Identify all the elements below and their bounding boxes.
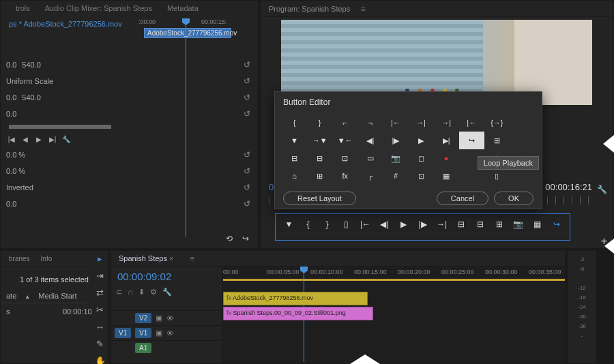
play-icon[interactable]: ◀	[20, 134, 31, 144]
fx-val[interactable]: 0.0 %	[6, 151, 25, 159]
editor-button-11[interactable]: →▼	[307, 132, 332, 149]
tab-info[interactable]: Info	[35, 252, 58, 265]
ok-button[interactable]: OK	[494, 192, 533, 205]
editor-button-25[interactable]: ◻	[408, 149, 433, 167]
editor-button-23[interactable]: ▭	[357, 149, 383, 167]
editor-button-33[interactable]: ┌	[357, 167, 383, 185]
track-header-a1[interactable]: A1	[111, 340, 222, 355]
editor-button-15[interactable]: ▶	[408, 132, 433, 149]
editor-button-26[interactable]: ●	[434, 149, 459, 167]
track-header-v2[interactable]: V2▣👁	[111, 310, 222, 325]
transport-button-3[interactable]: ▯	[341, 219, 352, 230]
transport-button-10[interactable]: ⊟	[475, 219, 486, 230]
editor-button-31[interactable]: ⊞	[307, 167, 332, 185]
transport-button-2[interactable]: }	[322, 219, 333, 230]
editor-button-12[interactable]: ▼←	[332, 132, 357, 149]
timeline-timecode[interactable]: 00:00:09:02	[111, 267, 222, 286]
track-select-tool-icon[interactable]: ⇥	[94, 271, 106, 281]
editor-button-19[interactable]	[510, 132, 535, 149]
track-header-v1[interactable]: V1V1▣👁	[111, 325, 222, 340]
editor-button-35[interactable]: ⊡	[408, 167, 433, 185]
sync-icon[interactable]: ⟲	[224, 233, 235, 244]
editor-button-5[interactable]: →|	[408, 114, 433, 132]
editor-button-36[interactable]: ▦	[434, 167, 459, 185]
work-area-bar[interactable]	[223, 279, 565, 281]
col-rate[interactable]: ate	[6, 292, 16, 300]
settings-icon[interactable]: ⚙	[150, 288, 157, 297]
fx-row-anchor[interactable]: 0.0540.0↺	[1, 89, 258, 106]
tab-libraries[interactable]: braries	[3, 252, 35, 265]
editor-button-9[interactable]	[510, 114, 535, 132]
transport-button-11[interactable]: ⊞	[494, 219, 505, 230]
transport-button-4[interactable]: |←	[360, 219, 371, 230]
editor-button-3[interactable]: ¬	[357, 114, 383, 132]
editor-button-18[interactable]: ⊞	[484, 132, 510, 149]
reset-layout-button[interactable]: Reset Layout	[283, 192, 356, 205]
selection-tool-icon[interactable]: ▸	[94, 254, 106, 264]
eye-icon[interactable]: 👁	[166, 329, 174, 337]
transport-button-1[interactable]: {	[303, 219, 314, 230]
editor-button-32[interactable]: fx	[332, 167, 357, 185]
editor-button-10[interactable]: ▼	[282, 132, 307, 149]
hand-tool-icon[interactable]: ✋	[94, 356, 106, 364]
transport-button-8[interactable]: →|	[437, 219, 448, 230]
editor-button-0[interactable]: {	[282, 114, 307, 132]
prev-kf-icon[interactable]: |◀	[6, 134, 17, 144]
editor-button-22[interactable]: ⊡	[332, 149, 357, 167]
editor-button-8[interactable]: {→}	[484, 114, 510, 132]
ripple-tool-icon[interactable]: ⇄	[94, 288, 106, 298]
editor-button-34[interactable]: #	[383, 167, 408, 185]
tab-sequence[interactable]: Spanish Steps	[111, 251, 181, 266]
toggle-output-icon[interactable]: ▣	[156, 329, 162, 337]
fx-row-rot[interactable]: 0.0↺	[1, 106, 258, 122]
play-icon[interactable]: ▶	[33, 134, 44, 144]
editor-button-4[interactable]: |←	[383, 114, 408, 132]
transport-button-14[interactable]: ↪	[551, 219, 562, 230]
snap-icon[interactable]: ⊂	[116, 288, 122, 297]
next-kf-icon[interactable]: ▶|	[47, 134, 58, 144]
tab-program[interactable]: Program: Spanish Steps	[261, 2, 358, 16]
marker-icon[interactable]: ⬇	[138, 288, 145, 297]
wrench-icon[interactable]: 🔧	[596, 184, 607, 195]
editor-button-21[interactable]: ⊟	[307, 149, 332, 167]
transport-button-0[interactable]: ▼	[284, 219, 295, 230]
transport-button-6[interactable]: ▶	[398, 219, 409, 230]
fx-inverted[interactable]: Inverted	[6, 183, 33, 192]
reset-icon[interactable]: ↺	[242, 92, 252, 103]
eye-icon[interactable]: 👁	[166, 314, 174, 322]
pen-tool-icon[interactable]: ✎	[94, 339, 106, 349]
timeline-tracks[interactable]: 00:0000:00:05:0000:00:10:0000:00:15:0000…	[223, 267, 565, 363]
editor-button-13[interactable]: ◀|	[357, 132, 383, 149]
transport-button-7[interactable]: |▶	[418, 219, 428, 230]
reset-icon[interactable]: ↺	[242, 59, 252, 70]
reset-icon[interactable]: ↺	[242, 149, 252, 160]
editor-button-16[interactable]: ▶|	[434, 132, 459, 149]
fx-source-clip[interactable]: AdobeStock_277796256.mov	[144, 28, 231, 38]
timeline-ruler[interactable]: 00:0000:00:05:0000:00:10:0000:00:15:0000…	[223, 267, 565, 280]
editor-button-1[interactable]: }	[307, 114, 332, 132]
razor-tool-icon[interactable]: ✂	[94, 305, 106, 315]
wrench-icon[interactable]: 🔧	[162, 288, 172, 297]
reset-icon[interactable]: ↺	[242, 108, 252, 119]
clip-v1[interactable]: Spanish Steps.00_00_09_02.Still001.png	[223, 307, 373, 320]
editor-button-30[interactable]: ⌂	[282, 167, 307, 185]
editor-button-14[interactable]: |▶	[383, 132, 408, 149]
cancel-button[interactable]: Cancel	[437, 192, 488, 205]
transport-button-13[interactable]: ▦	[532, 219, 543, 230]
editor-button-2[interactable]: ⌐	[332, 114, 357, 132]
slip-tool-icon[interactable]: ↔	[94, 322, 106, 332]
export-icon[interactable]: ↪	[240, 233, 251, 244]
reset-icon[interactable]: ↺	[242, 198, 252, 209]
tab-audio-mixer[interactable]: Audio Clip Mixer: Spanish Steps	[38, 1, 159, 16]
editor-button-20[interactable]: ⊟	[282, 149, 307, 167]
fx-val[interactable]: 0.0	[6, 200, 16, 208]
reset-icon[interactable]: ↺	[242, 166, 252, 177]
col-media-start[interactable]: Media Start	[38, 292, 76, 300]
toggle-output-icon[interactable]: ▣	[156, 314, 162, 322]
editor-button-17[interactable]: ↪	[459, 132, 484, 149]
fx-playhead[interactable]	[186, 18, 186, 237]
editor-button-6[interactable]: →|	[434, 114, 459, 132]
fx-row-uniform[interactable]: Uniform Scale↺	[1, 73, 258, 89]
wrench-icon[interactable]: 🔧	[61, 134, 72, 144]
transport-button-9[interactable]: ⊟	[456, 219, 467, 230]
